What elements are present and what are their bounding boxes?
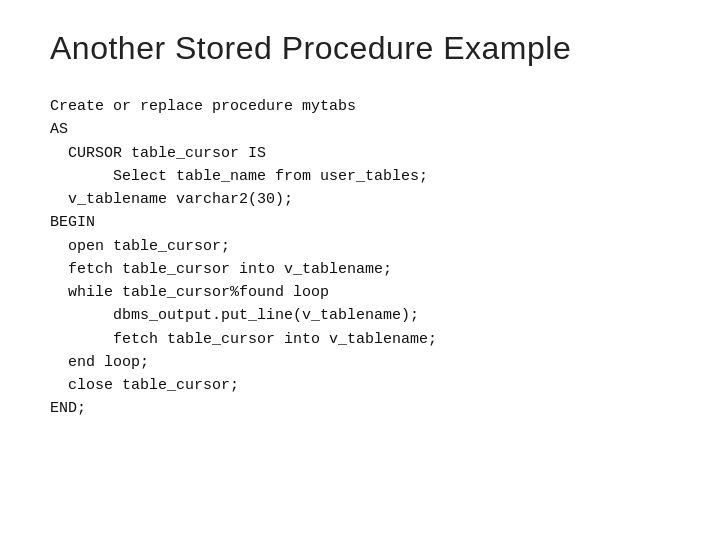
code-block: Create or replace procedure mytabs AS CU… — [50, 95, 670, 421]
slide: Another Stored Procedure Example Create … — [0, 0, 720, 540]
slide-title: Another Stored Procedure Example — [50, 30, 670, 67]
